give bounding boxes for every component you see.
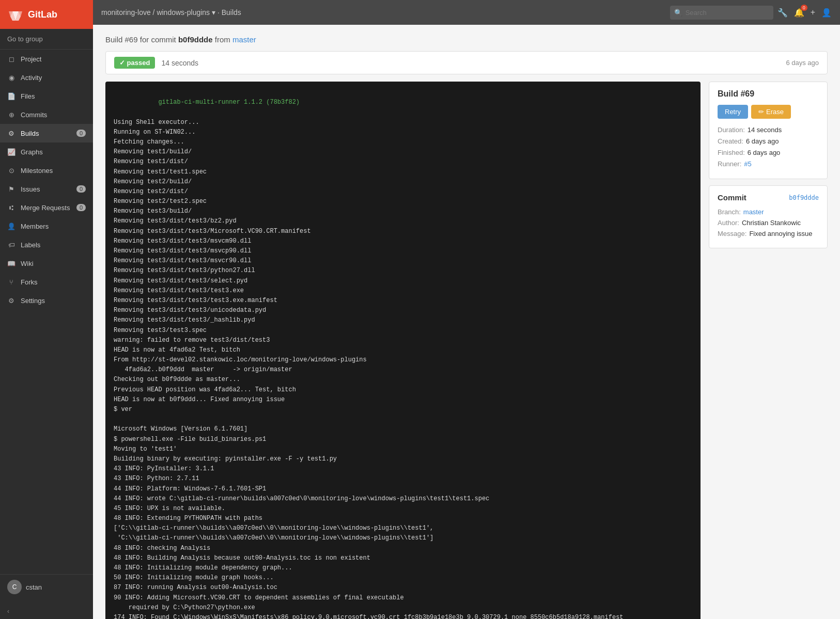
sidebar-item-label: Files	[21, 92, 35, 100]
finished-label: Finished:	[718, 149, 745, 156]
sidebar-nav: ◻ Project ◉ Activity 📄 Files ⊕ Commits ⚙…	[0, 50, 93, 310]
message-label: Message:	[718, 230, 746, 237]
branch-value: master	[743, 208, 764, 216]
notifications-icon[interactable]: 🔔 0	[794, 8, 804, 18]
plus-icon[interactable]: +	[811, 8, 815, 17]
erase-icon: ✏	[758, 108, 764, 116]
build-info-box: Build #69 Retry ✏ Erase Duration: 14 sec…	[709, 82, 828, 179]
labels-icon: 🏷	[7, 241, 15, 249]
breadcrumb-arrow[interactable]: ▾	[212, 8, 215, 17]
builds-badge: 0	[76, 130, 86, 137]
commit-info-box: Commit b0f9ddde Branch: master Author: C…	[709, 185, 828, 248]
commit-author-row: Author: Christian Stankowic	[718, 219, 819, 227]
build-action-buttons: Retry ✏ Erase	[718, 105, 819, 119]
created-value: 6 days ago	[746, 137, 779, 145]
sidebar-item-label: Settings	[21, 297, 45, 305]
runner-value: #5	[744, 160, 751, 168]
erase-button[interactable]: ✏ Erase	[751, 105, 791, 119]
sidebar-item-forks[interactable]: ⑂ Forks	[0, 273, 93, 291]
sidebar-collapse-button[interactable]: ‹	[0, 604, 93, 619]
runner-link[interactable]: #5	[744, 160, 751, 168]
build-branch[interactable]: master	[232, 35, 256, 44]
breadcrumb-project[interactable]: monitoring-love	[101, 8, 151, 17]
commit-title: Commit	[718, 193, 746, 202]
terminal-container: gitlab-ci-multi-runner 1.1.2 (78b3f82) U…	[105, 82, 701, 619]
sidebar-item-wiki[interactable]: 📖 Wiki	[0, 254, 93, 273]
project-icon: ◻	[7, 55, 15, 63]
search-input[interactable]	[670, 6, 773, 20]
sidebar-item-label: Milestones	[21, 167, 53, 174]
author-label: Author:	[718, 219, 739, 227]
build-time-ago: 6 days ago	[786, 59, 819, 67]
sidebar-item-milestones[interactable]: ⊙ Milestones	[0, 161, 93, 180]
terminal-text: Using Shell executor... Running on ST-WI…	[114, 119, 624, 619]
milestones-icon: ⊙	[7, 166, 15, 174]
terminal-wrapper: gitlab-ci-multi-runner 1.1.2 (78b3f82) U…	[105, 82, 701, 619]
breadcrumb-builds: · Builds	[217, 8, 241, 17]
commit-box-header: Commit b0f9ddde	[718, 193, 819, 202]
erase-label: Erase	[766, 108, 784, 116]
search-icon: 🔍	[674, 9, 682, 17]
page-content: Build #69 for commit b0f9ddde from maste…	[93, 25, 840, 619]
sidebar-item-label: Members	[21, 223, 49, 230]
graphs-icon: 📈	[7, 148, 15, 156]
merge-requests-icon: ⑆	[7, 203, 15, 212]
build-created-row: Created: 6 days ago	[718, 137, 819, 145]
passed-badge: ✓ passed	[114, 57, 155, 69]
build-runner-row: Runner: #5	[718, 160, 819, 168]
merge-requests-badge: 0	[76, 204, 86, 211]
settings-icon: ⚙	[7, 296, 15, 305]
from-label: from	[215, 35, 230, 44]
sidebar-item-label: Merge Requests	[21, 204, 70, 212]
sidebar-item-graphs[interactable]: 📈 Graphs	[0, 142, 93, 161]
sidebar-item-settings[interactable]: ⚙ Settings	[0, 291, 93, 310]
branch-label: Branch:	[718, 208, 741, 216]
build-layout: gitlab-ci-multi-runner 1.1.2 (78b3f82) U…	[105, 82, 828, 619]
user-icon[interactable]: 👤	[821, 8, 832, 18]
notifications-badge: 0	[801, 5, 807, 11]
sidebar-item-label: Graphs	[21, 148, 43, 156]
sidebar-item-builds[interactable]: ⚙ Builds 0	[0, 124, 93, 142]
sidebar-item-activity[interactable]: ◉ Activity	[0, 68, 93, 87]
sidebar-item-label: Builds	[21, 130, 39, 137]
sidebar-item-merge-requests[interactable]: ⑆ Merge Requests 0	[0, 198, 93, 217]
build-header-text: Build #69 for commit	[105, 35, 176, 44]
sidebar-item-label: Forks	[21, 278, 38, 286]
sidebar-item-label: Wiki	[21, 260, 34, 267]
commits-icon: ⊕	[7, 110, 15, 119]
files-icon: 📄	[7, 92, 15, 100]
search-wrap: 🔍	[670, 6, 773, 20]
terminal-output: gitlab-ci-multi-runner 1.1.2 (78b3f82) U…	[105, 82, 701, 619]
sidebar: GitLab Go to group ◻ Project ◉ Activity …	[0, 0, 93, 619]
sidebar-item-labels[interactable]: 🏷 Labels	[0, 235, 93, 254]
commit-sha[interactable]: b0f9ddde	[789, 194, 819, 201]
duration-label: Duration:	[718, 126, 745, 134]
duration-value: 14 seconds	[748, 126, 782, 134]
commit-branch-row: Branch: master	[718, 208, 819, 216]
activity-icon: ◉	[7, 73, 15, 82]
sidebar-goto-group[interactable]: Go to group	[0, 29, 93, 50]
build-header: Build #69 for commit b0f9ddde from maste…	[105, 35, 828, 44]
sidebar-item-members[interactable]: 👤 Members	[0, 217, 93, 235]
avatar[interactable]: C	[7, 580, 22, 594]
breadcrumb-repo[interactable]: windows-plugins	[157, 8, 210, 17]
sidebar-item-commits[interactable]: ⊕ Commits	[0, 105, 93, 124]
app-title: GitLab	[28, 9, 57, 20]
build-panel: Build #69 Retry ✏ Erase Duration: 14 sec…	[709, 82, 828, 619]
sidebar-item-issues[interactable]: ⚑ Issues 0	[0, 180, 93, 198]
build-commit-hash[interactable]: b0f9ddde	[178, 35, 213, 44]
commit-message-row: Message: Fixed annoying issue	[718, 230, 819, 237]
branch-link[interactable]: master	[743, 208, 764, 216]
wiki-icon: 📖	[7, 259, 15, 267]
wrench-icon[interactable]: 🔧	[777, 8, 788, 18]
retry-button[interactable]: Retry	[718, 105, 748, 119]
finished-value: 6 days ago	[748, 149, 781, 156]
sidebar-item-project[interactable]: ◻ Project	[0, 50, 93, 68]
build-status-bar: ✓ passed 14 seconds 6 days ago	[105, 51, 828, 74]
sidebar-item-label: Issues	[21, 185, 40, 193]
sidebar-item-label: Labels	[21, 241, 40, 249]
sidebar-item-files[interactable]: 📄 Files	[0, 87, 93, 105]
builds-icon: ⚙	[7, 129, 15, 137]
sidebar-item-label: Project	[21, 55, 41, 63]
build-finished-row: Finished: 6 days ago	[718, 149, 819, 156]
